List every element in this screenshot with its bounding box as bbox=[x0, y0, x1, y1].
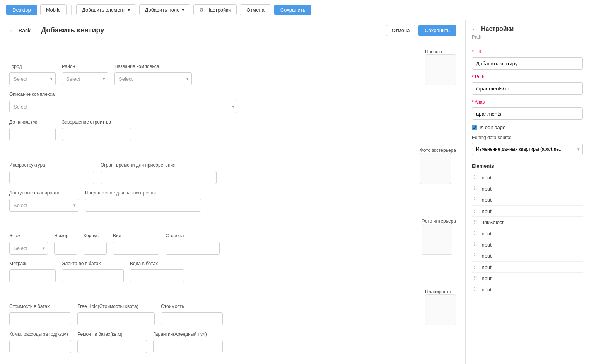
view-group: Вид bbox=[113, 233, 159, 255]
form-row-6: Этаж Select ▾ Номер Корпус bbox=[9, 218, 456, 255]
beach-label: До пляжа (м) bbox=[9, 119, 56, 125]
element-item-6[interactable]: ⠿Input bbox=[472, 239, 583, 250]
complex-name-select[interactable]: Select bbox=[114, 72, 192, 85]
time-limit-group: Огран. времени для приобретения bbox=[101, 162, 217, 184]
back-link[interactable]: Back bbox=[19, 27, 31, 34]
time-limit-input[interactable] bbox=[101, 171, 217, 184]
floor-select[interactable]: Select bbox=[9, 242, 48, 255]
is-edit-page-checkbox[interactable] bbox=[472, 125, 477, 130]
freehold-input[interactable] bbox=[77, 312, 155, 325]
side-input[interactable] bbox=[166, 242, 220, 255]
element-name-1: Input bbox=[480, 186, 492, 192]
interior-photo-upload-area[interactable] bbox=[422, 224, 452, 255]
panel-body: * Title document.querySelector('[data-na… bbox=[466, 44, 589, 160]
save-button-page[interactable]: Сохранить bbox=[418, 25, 456, 36]
complex-desc-group: Описание комплекса Select ▾ bbox=[9, 92, 237, 113]
element-item-5[interactable]: ⠿Input bbox=[472, 228, 583, 239]
preview-upload-area[interactable] bbox=[425, 54, 456, 85]
editing-source-field-label: Editing data source bbox=[472, 135, 583, 140]
water-group: Вода в батах bbox=[130, 261, 184, 282]
panel-title-input[interactable] bbox=[472, 57, 583, 70]
freehold-group: Free Hold(Стоимость+квота) bbox=[77, 304, 155, 325]
element-item-10[interactable]: ⠿Input bbox=[472, 284, 583, 295]
panel-path-input[interactable] bbox=[472, 82, 583, 95]
complex-desc-select-wrapper: Select ▾ bbox=[9, 100, 237, 113]
electricity-input[interactable] bbox=[62, 269, 124, 282]
cost-input[interactable] bbox=[161, 312, 223, 325]
editing-source-select[interactable]: Изменение данных квартиры (apartme... bbox=[472, 143, 583, 155]
cancel-button-page[interactable]: Отмена bbox=[386, 25, 416, 36]
city-label: Город bbox=[9, 64, 56, 69]
panel-back-icon[interactable]: ← bbox=[472, 26, 478, 32]
drag-handle-icon: ⠿ bbox=[473, 230, 477, 236]
exterior-photo-upload-area[interactable] bbox=[420, 153, 451, 184]
water-input[interactable] bbox=[130, 269, 184, 282]
settings-button[interactable]: ⚙ Настройки bbox=[193, 4, 237, 15]
layout-upload-area[interactable] bbox=[425, 294, 456, 325]
drag-handle-icon: ⠿ bbox=[473, 286, 477, 293]
element-item-0[interactable]: ⠿Input bbox=[472, 172, 583, 183]
area-input[interactable] bbox=[9, 269, 56, 282]
panel-alias-input[interactable] bbox=[472, 107, 583, 120]
city-select[interactable]: Select bbox=[9, 72, 56, 85]
building-input[interactable] bbox=[84, 242, 107, 255]
is-edit-page-label: Is edit page bbox=[480, 124, 505, 130]
cost-group: Стоимость bbox=[161, 304, 223, 325]
repair-input[interactable] bbox=[77, 340, 147, 353]
district-select[interactable]: Select bbox=[62, 72, 108, 85]
desktop-tab[interactable]: Desktop bbox=[6, 5, 37, 15]
infrastructure-input[interactable] bbox=[9, 171, 94, 184]
element-item-1[interactable]: ⠿Input bbox=[472, 183, 583, 194]
electricity-label: Электр-во в батах bbox=[62, 261, 124, 266]
layouts-group: Доступные планировки Select ▾ bbox=[9, 190, 79, 212]
time-limit-label: Огран. времени для приобретения bbox=[101, 162, 217, 168]
guarantee-input[interactable] bbox=[153, 340, 223, 353]
back-arrow-icon: ← bbox=[9, 27, 15, 34]
view-label: Вид bbox=[113, 233, 159, 238]
page-header-left: ← Back | Добавить кватиру bbox=[9, 26, 104, 34]
element-item-4[interactable]: ⠿LinkSelect bbox=[472, 217, 583, 228]
construction-input[interactable] bbox=[62, 128, 131, 141]
complex-name-label: Название комплекса bbox=[114, 64, 192, 69]
number-input[interactable] bbox=[54, 242, 77, 255]
mobile-tab[interactable]: Mobile bbox=[40, 4, 67, 15]
complex-desc-select[interactable]: Select bbox=[9, 100, 237, 113]
cost-baths-group: Стоимость в батах bbox=[9, 304, 71, 325]
form-row-2: Описание комплекса Select ▾ bbox=[9, 92, 456, 113]
add-field-button[interactable]: Добавить поле ▾ bbox=[139, 4, 191, 15]
element-item-7[interactable]: ⠿Input bbox=[472, 250, 583, 262]
district-select-wrapper: Select ▾ bbox=[62, 72, 108, 85]
side-group: Сторона bbox=[166, 233, 220, 255]
drag-handle-icon: ⠿ bbox=[473, 253, 477, 259]
panel-title-field-label: * Title bbox=[472, 49, 583, 54]
interior-photo-group: Фото интерьера bbox=[422, 218, 456, 255]
element-item-9[interactable]: ⠿Input bbox=[472, 273, 583, 284]
guarantee-label: Гарантия(Арендный пул) bbox=[153, 332, 223, 337]
infrastructure-label: Инфраструктура bbox=[9, 162, 94, 168]
offer-input[interactable] bbox=[85, 199, 201, 212]
panel-alias-field-label: * Alias bbox=[472, 99, 583, 105]
element-item-3[interactable]: ⠿Input bbox=[472, 206, 583, 217]
element-name-5: Input bbox=[480, 231, 492, 236]
chevron-down-icon: ▾ bbox=[128, 7, 130, 13]
panel-path-field-label: * Path bbox=[472, 74, 583, 80]
beach-group: До пляжа (м) bbox=[9, 119, 56, 141]
city-group: Город Select ▾ bbox=[9, 64, 56, 85]
toolbar-separator bbox=[71, 5, 72, 15]
panel-subtitle: Path bbox=[466, 34, 589, 44]
view-input[interactable] bbox=[113, 242, 159, 255]
complex-desc-label: Описание комплекса bbox=[9, 92, 237, 97]
save-button-top[interactable]: Сохранить bbox=[274, 5, 312, 15]
cancel-button-top[interactable]: Отмена bbox=[240, 4, 271, 15]
guarantee-group: Гарантия(Арендный пул) bbox=[153, 332, 223, 353]
repair-group: Ремонт в батах(кв.м) bbox=[77, 332, 147, 353]
cost-baths-input[interactable] bbox=[9, 312, 71, 325]
layouts-select[interactable]: Select bbox=[9, 199, 79, 212]
add-element-button[interactable]: Добавить элемент ▾ bbox=[76, 4, 136, 15]
comm-expenses-input[interactable] bbox=[9, 340, 71, 353]
complex-name-group: Название комплекса Select ▾ bbox=[114, 64, 192, 85]
beach-input[interactable] bbox=[9, 128, 56, 141]
element-item-8[interactable]: ⠿Input bbox=[472, 262, 583, 273]
element-item-2[interactable]: ⠿Input bbox=[472, 194, 583, 206]
page-header-right: Отмена Сохранить bbox=[386, 25, 456, 36]
